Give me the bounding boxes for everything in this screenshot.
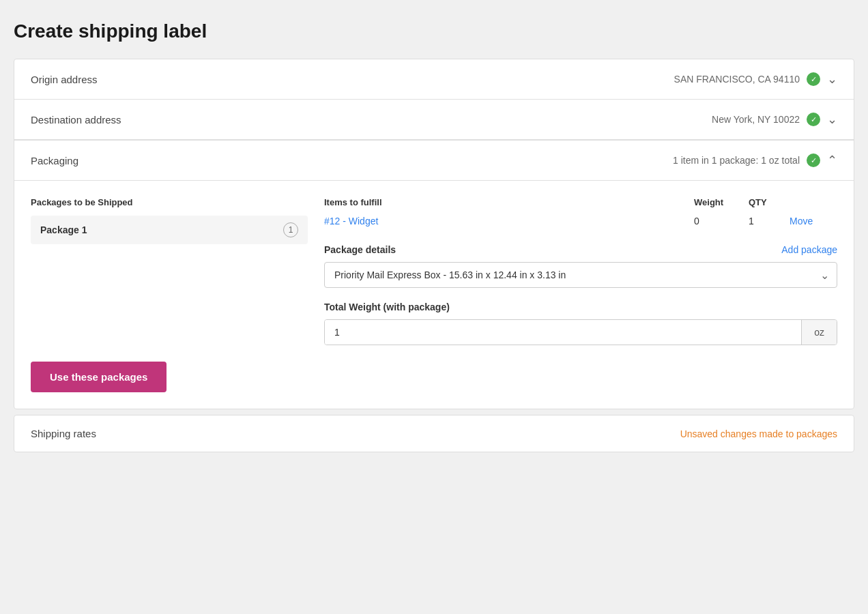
origin-address-right: SAN FRANCISCO, CA 94110 ✓ ⌄ <box>674 72 837 87</box>
destination-address-label: Destination address <box>31 114 121 126</box>
page-title: Create shipping label <box>14 20 854 42</box>
package-1-name: Package 1 <box>40 224 87 235</box>
page-wrapper: Create shipping label Origin address SAN… <box>0 0 868 466</box>
item-qty: 1 <box>749 216 790 226</box>
origin-address-row[interactable]: Origin address SAN FRANCISCO, CA 94110 ✓… <box>14 59 854 100</box>
packaging-header-right: 1 item in 1 package: 1 oz total ✓ ⌃ <box>673 153 837 168</box>
packages-left: Packages to be Shipped Package 1 1 <box>31 197 324 345</box>
shipping-rates-card: Shipping rates Unsaved changes made to p… <box>14 415 854 452</box>
package-details-label: Package details <box>324 244 396 255</box>
item-row: #12 - Widget 0 1 Move <box>324 211 837 231</box>
destination-chevron-icon: ⌄ <box>827 112 837 127</box>
weight-unit: oz <box>801 320 837 345</box>
use-packages-button[interactable]: Use these packages <box>31 362 167 392</box>
origin-chevron-icon: ⌄ <box>827 72 837 87</box>
item-weight: 0 <box>694 216 749 226</box>
main-card: Origin address SAN FRANCISCO, CA 94110 ✓… <box>14 59 854 409</box>
origin-address-status: SAN FRANCISCO, CA 94110 <box>674 74 800 85</box>
destination-address-row[interactable]: Destination address New York, NY 10022 ✓… <box>14 100 854 140</box>
packaging-check-icon: ✓ <box>807 154 820 167</box>
shipping-rates-row[interactable]: Shipping rates Unsaved changes made to p… <box>14 415 854 452</box>
item-link[interactable]: #12 - Widget <box>324 216 694 226</box>
package-type-select[interactable]: Priority Mail Express Box - 15.63 in x 1… <box>324 262 837 288</box>
packaging-body: Packages to be Shipped Package 1 1 Items… <box>14 181 854 409</box>
destination-address-status: New York, NY 10022 <box>712 114 800 125</box>
destination-check-icon: ✓ <box>807 113 820 126</box>
shipping-rates-label: Shipping rates <box>31 428 96 439</box>
origin-check-icon: ✓ <box>807 72 820 86</box>
package-1-badge: 1 <box>283 222 298 237</box>
packages-grid: Packages to be Shipped Package 1 1 Items… <box>31 197 837 345</box>
packaging-chevron-icon: ⌃ <box>827 153 837 168</box>
total-weight-label: Total Weight (with package) <box>324 302 837 312</box>
move-button[interactable]: Move <box>790 216 837 226</box>
origin-address-label: Origin address <box>31 74 98 85</box>
shipping-rates-status: Unsaved changes made to packages <box>680 428 837 439</box>
package-1-row[interactable]: Package 1 1 <box>31 216 308 244</box>
weight-input-row: oz <box>324 319 837 345</box>
qty-header: QTY <box>749 197 790 207</box>
packaging-section: Packaging 1 item in 1 package: 1 oz tota… <box>14 140 854 409</box>
packaging-label: Packaging <box>31 155 78 166</box>
items-header-row: Items to fulfill Weight QTY <box>324 197 837 207</box>
move-header <box>790 197 837 207</box>
weight-header: Weight <box>694 197 749 207</box>
packaging-summary: 1 item in 1 package: 1 oz total <box>673 155 800 166</box>
items-fulfill-header: Items to fulfill <box>324 197 694 207</box>
package-details-header: Package details Add package <box>324 244 837 255</box>
package-details-section: Package details Add package Priority Mai… <box>324 244 837 288</box>
package-select-wrapper: Priority Mail Express Box - 15.63 in x 1… <box>324 262 837 288</box>
packaging-header[interactable]: Packaging 1 item in 1 package: 1 oz tota… <box>14 141 854 181</box>
destination-address-right: New York, NY 10022 ✓ ⌄ <box>712 112 837 127</box>
weight-input[interactable] <box>325 320 801 345</box>
add-package-link[interactable]: Add package <box>781 244 837 255</box>
packages-col-header: Packages to be Shipped <box>31 197 308 207</box>
packages-right: Items to fulfill Weight QTY #12 - Widget… <box>324 197 837 345</box>
total-weight-section: Total Weight (with package) oz <box>324 302 837 345</box>
